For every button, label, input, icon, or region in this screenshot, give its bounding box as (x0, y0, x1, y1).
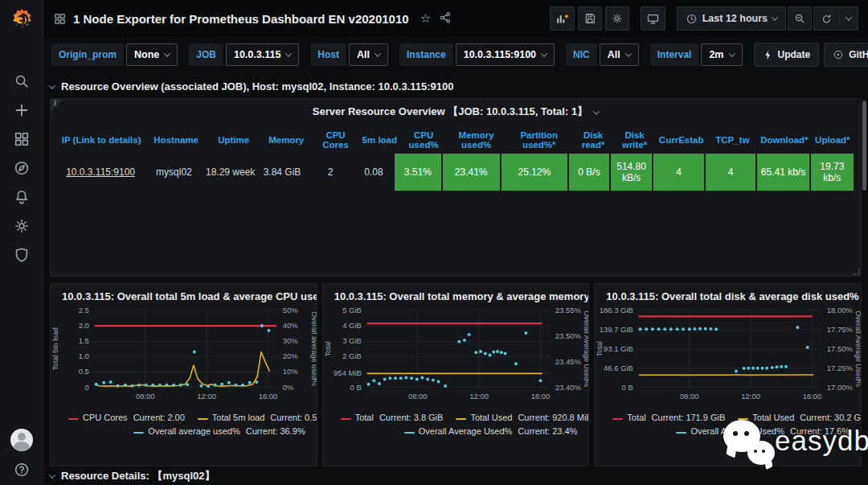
add-icon[interactable] (12, 100, 32, 120)
ip-details-link[interactable]: 10.0.3.115:9100 (66, 166, 135, 178)
panel-title[interactable]: Server Resource Overview 【JOB: 10.0.3.11… (51, 105, 861, 119)
column-header-tcp-tw[interactable]: TCP_tw (706, 127, 758, 153)
svg-text:08:00: 08:00 (408, 392, 428, 401)
section-title: Resource Overview (associated JOB), Host… (61, 80, 453, 92)
svg-text:139.7 GiB: 139.7 GiB (600, 325, 633, 334)
zoom-out-button[interactable] (788, 6, 812, 31)
explore-compass-icon[interactable] (12, 158, 32, 178)
column-header-memory[interactable]: Memory (260, 127, 312, 153)
svg-text:23.45%: 23.45% (555, 357, 582, 366)
alerting-bell-icon[interactable] (12, 187, 32, 207)
svg-text:1.0: 1.0 (79, 351, 89, 360)
github-button[interactable]: GitHub (824, 43, 868, 67)
svg-text:23.55%: 23.55% (555, 306, 582, 314)
chevron-down-icon (285, 50, 292, 56)
section-title: Resource Details: 【mysql02】 (61, 469, 215, 483)
table-cell: 23.41% (443, 154, 500, 191)
svg-text:16:00: 16:00 (530, 392, 550, 401)
dashboard-grid-icon[interactable] (53, 12, 67, 26)
variables-bar: Origin_promNoneJOB10.0.3.115HostAllInsta… (43, 37, 868, 72)
svg-text:Total 5m load: Total 5m load (51, 327, 59, 370)
column-header-hostname[interactable]: Hostname (145, 127, 207, 153)
refresh-interval-chevron-icon[interactable] (845, 14, 852, 20)
legend-item-total-5m-load[interactable]: Total 5m loadCurrent: 0.52 (198, 411, 317, 425)
update-button[interactable]: Update (754, 43, 820, 67)
svg-text:17.00%: 17.00% (827, 383, 854, 392)
clock-icon (686, 13, 698, 25)
table-cell: mysql02 (144, 153, 203, 191)
filter-value-instance[interactable]: 10.0.3.115:9100 (456, 43, 555, 66)
row-header-resource-details[interactable]: Resource Details: 【mysql02】 (50, 469, 215, 483)
dashboard-title[interactable]: 1 Node Exporter for Prometheus Dashboard… (73, 12, 409, 26)
easydb-watermark: easydb (719, 415, 868, 467)
cycle-view-tv-button[interactable] (641, 6, 665, 31)
column-header-currestab[interactable]: CurrEstab (656, 127, 707, 153)
grafana-logo-icon[interactable] (8, 6, 35, 34)
column-header-uptime[interactable]: Uptime (207, 127, 260, 153)
dashboards-icon[interactable] (12, 129, 32, 149)
svg-text:08:00: 08:00 (136, 392, 155, 401)
filter-value-host[interactable]: All (349, 43, 388, 66)
search-icon[interactable] (12, 71, 32, 91)
user-avatar[interactable] (10, 429, 33, 451)
row-header-resource-overview[interactable]: Resource Overview (associated JOB), Host… (50, 80, 453, 92)
dashboard-settings-button[interactable] (605, 6, 629, 31)
filter-label-job: JOB (189, 43, 223, 66)
column-header-5m-load[interactable]: 5m load (359, 127, 400, 153)
table-cell: 19.73 kb/s (811, 154, 854, 191)
legend-item-overall-average-used[interactable]: Overall average used%Current: 36.9% (133, 426, 305, 436)
legend-item-overall-average-used[interactable]: Overall Average Used%Current: 23.4% (404, 426, 578, 436)
chevron-down-icon (624, 50, 631, 56)
panel-load-chart: 10.0.3.115: Overall total 5m load & aver… (50, 283, 317, 467)
svg-text:12:00: 12:00 (742, 392, 761, 401)
filter-value-origin-prom[interactable]: None (126, 43, 178, 66)
share-icon[interactable] (439, 11, 452, 27)
column-header-partition-used[interactable]: Partition used%* (506, 127, 573, 153)
column-header-disk-write[interactable]: Disk write* (613, 127, 655, 153)
legend-item-total[interactable]: TotalCurrent: 171.9 GiB (612, 411, 725, 425)
collapse-chevron-icon (49, 82, 55, 88)
legend-item-total[interactable]: TotalCurrent: 3.8 GiB (341, 411, 444, 425)
add-panel-button[interactable] (550, 6, 575, 31)
panel-resize-handle[interactable] (853, 268, 860, 275)
column-header-cpu-used[interactable]: CPU used% (400, 127, 448, 153)
svg-text:16:00: 16:00 (259, 392, 278, 401)
scrollbar-thumb[interactable] (862, 101, 866, 191)
table-cell: 25.12% (502, 154, 568, 191)
column-header-disk-read[interactable]: Disk read* (573, 127, 614, 153)
table-cell: 514.80 kB/s (611, 154, 653, 191)
svg-text:2.0: 2.0 (79, 321, 89, 330)
svg-text:0: 0 (85, 383, 89, 392)
filter-value-job[interactable]: 10.0.3.115 (226, 43, 299, 66)
save-dashboard-button[interactable] (578, 6, 602, 31)
svg-text:0.5: 0.5 (79, 367, 89, 376)
configuration-gear-icon[interactable] (12, 216, 32, 236)
chart-title[interactable]: 10.0.3.115: Overall total 5m load & aver… (51, 284, 317, 302)
svg-text:0%: 0% (283, 383, 294, 392)
star-icon[interactable]: ☆ (420, 11, 431, 26)
svg-text:16:00: 16:00 (803, 392, 822, 401)
svg-text:46.6 GiB: 46.6 GiB (604, 364, 633, 372)
legend-item-total-used[interactable]: Total UsedCurrent: 920.8 MiB (456, 411, 589, 425)
help-icon[interactable] (13, 461, 31, 482)
chevron-down-icon (772, 14, 778, 20)
load-chart: 00.51.01.52.02.50%10%20%30%40%50%08:0012… (51, 304, 317, 409)
filter-value-interval[interactable]: 2m (701, 43, 742, 66)
panel-info-corner[interactable] (51, 99, 63, 112)
chart-title[interactable]: 10.0.3.115: Overall total disk & average… (595, 284, 861, 302)
chart-title[interactable]: 10.0.3.115: Overall total memory & avera… (323, 284, 589, 302)
column-header-download[interactable]: Download* (758, 127, 811, 153)
legend-item-cpu-cores[interactable]: CPU CoresCurrent: 2.00 (68, 411, 185, 425)
time-range-picker[interactable]: Last 12 hours (677, 6, 786, 31)
column-header-upload[interactable]: Upload* (811, 127, 854, 153)
column-header-cpu-cores[interactable]: CPU Cores (312, 127, 359, 153)
filter-label-origin-prom: Origin_prom (51, 43, 124, 66)
refresh-button[interactable] (813, 6, 858, 31)
legend-swatch (612, 418, 623, 420)
server-admin-shield-icon[interactable] (12, 245, 32, 265)
svg-text:12:00: 12:00 (197, 392, 216, 401)
filter-value-nic[interactable]: All (600, 43, 639, 66)
svg-text:40%: 40% (283, 321, 299, 330)
column-header-ip-link-to-details[interactable]: IP (Link to details) (57, 127, 145, 153)
column-header-memory-used[interactable]: Memory used% (448, 127, 506, 153)
